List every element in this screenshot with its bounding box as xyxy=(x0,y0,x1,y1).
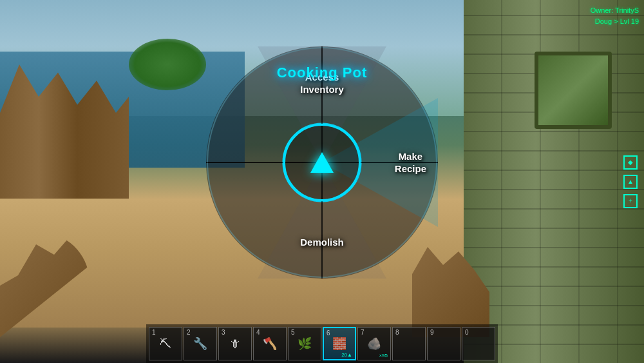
radial-menu-overlay: AccessInventory MakeRecipe Demolish xyxy=(0,0,644,363)
player-info: Owner: TrinityS Doug > Lvl 19 xyxy=(591,5,639,26)
tribe-label: Owner: TrinityS xyxy=(591,5,639,16)
cooking-pot-title: Cooking Pot xyxy=(277,64,368,81)
player-level-label: Doug > Lvl 19 xyxy=(591,16,639,27)
radial-center xyxy=(283,124,361,201)
option-make-recipe[interactable]: MakeRecipe xyxy=(395,150,426,175)
option-demolish[interactable]: Demolish xyxy=(300,237,344,248)
center-triangle-icon xyxy=(310,152,334,173)
